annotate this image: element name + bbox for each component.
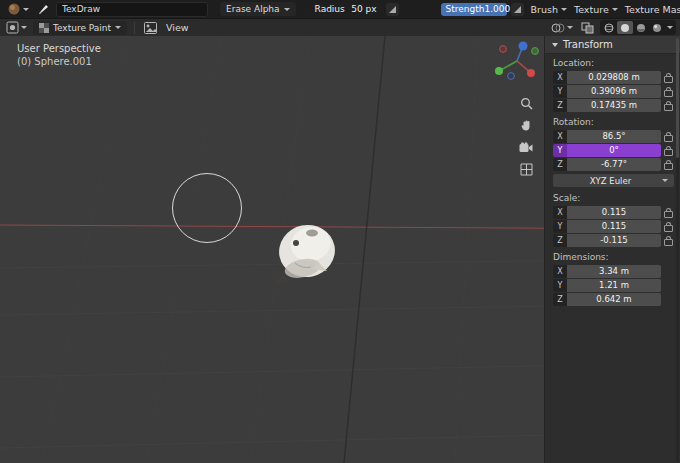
strength-label: Strength xyxy=(446,4,485,14)
value-field[interactable]: -0.115 xyxy=(567,234,661,247)
value-field[interactable]: 0.17435 m xyxy=(567,99,661,112)
gizmo-x-axis[interactable] xyxy=(527,69,535,77)
view-menu[interactable]: View xyxy=(163,20,192,36)
value-field[interactable]: 0.642 m xyxy=(567,293,661,306)
radius-value: 50 px xyxy=(351,4,376,14)
scale-label: Scale: xyxy=(545,189,680,205)
gizmo-z-axis[interactable] xyxy=(519,42,528,51)
value-field[interactable]: 0° xyxy=(567,144,661,157)
radius-pressure-button[interactable] xyxy=(386,3,399,16)
panel-title: Transform xyxy=(563,39,613,50)
chevron-down-icon xyxy=(667,26,673,29)
value-field[interactable]: 0.39096 m xyxy=(567,85,661,98)
location-y-row[interactable]: Y 0.39096 m xyxy=(553,85,676,98)
lock-icon xyxy=(664,225,673,232)
mode-label: Texture Paint xyxy=(53,23,111,33)
lock-toggle[interactable] xyxy=(661,146,676,156)
overlays-toggle[interactable] xyxy=(549,20,575,36)
axis-label: Y xyxy=(553,279,567,292)
rotation-y-row[interactable]: Y 0° xyxy=(553,144,676,157)
lock-toggle[interactable] xyxy=(661,160,676,170)
rotation-mode-dropdown[interactable]: XYZ Euler xyxy=(553,174,674,187)
lock-toggle[interactable] xyxy=(661,101,676,111)
lock-toggle[interactable] xyxy=(661,73,676,83)
texture-menu-label: Texture xyxy=(574,4,609,15)
sphere-object[interactable] xyxy=(265,213,349,297)
dimensions-z-row[interactable]: Z 0.642 m xyxy=(553,293,661,306)
texture-menu[interactable]: Texture xyxy=(571,1,621,17)
brush-preview-dropdown[interactable] xyxy=(5,1,31,17)
axis-label: Z xyxy=(553,234,567,247)
image-slot-button[interactable] xyxy=(142,20,159,36)
axis-label: Z xyxy=(553,293,567,306)
mode-dropdown[interactable]: Texture Paint xyxy=(33,21,127,35)
texture-mask-menu-label: Texture Mask xyxy=(625,4,680,15)
value-field[interactable]: -6.77° xyxy=(567,158,661,171)
scale-y-row[interactable]: Y 0.115 xyxy=(553,220,676,233)
value-field[interactable]: 86.5° xyxy=(567,130,661,143)
paint-brush-icon xyxy=(37,3,50,16)
shading-wireframe-button[interactable] xyxy=(601,21,617,34)
dimensions-x-row[interactable]: X 3.34 m xyxy=(553,265,661,278)
scale-x-row[interactable]: X 0.115 xyxy=(553,206,676,219)
y-axis-line xyxy=(344,36,385,463)
shading-solid-button[interactable] xyxy=(617,21,633,34)
rotation-x-row[interactable]: X 86.5° xyxy=(553,130,676,143)
perspective-toggle-button[interactable] xyxy=(518,161,534,177)
rendered-sphere-icon xyxy=(652,23,662,33)
zoom-button[interactable] xyxy=(518,95,534,111)
radius-slider[interactable]: Radius 50 px xyxy=(310,3,382,16)
value-field[interactable]: 1.21 m xyxy=(567,279,661,292)
gizmo-x-neg[interactable] xyxy=(500,46,507,53)
strength-slider[interactable]: Strength 1.000 xyxy=(441,3,507,16)
shading-material-button[interactable] xyxy=(633,21,649,34)
strength-pressure-button[interactable] xyxy=(511,3,524,16)
scrollbar-thumb[interactable] xyxy=(676,38,679,158)
lock-toggle[interactable] xyxy=(661,132,676,142)
brush-menu[interactable]: Brush xyxy=(528,1,570,17)
zoom-icon xyxy=(520,97,533,110)
xray-toggle[interactable] xyxy=(579,20,596,36)
lock-icon xyxy=(664,239,673,246)
strength-value: 1.000 xyxy=(485,4,511,14)
scale-z-row[interactable]: Z -0.115 xyxy=(553,234,676,247)
lock-toggle[interactable] xyxy=(661,87,676,97)
gizmo-y-axis[interactable] xyxy=(495,67,503,75)
texture-paint-mode-icon xyxy=(39,23,49,33)
location-x-row[interactable]: X 0.029808 m xyxy=(553,71,676,84)
lock-icon xyxy=(664,90,673,97)
axis-label: X xyxy=(553,71,567,84)
value-field[interactable]: 0.115 xyxy=(567,206,661,219)
tool-name-input[interactable] xyxy=(56,2,208,17)
transform-panel-header[interactable]: Transform xyxy=(545,36,680,54)
lock-toggle[interactable] xyxy=(661,236,676,246)
chevron-down-icon xyxy=(612,8,618,11)
lock-toggle[interactable] xyxy=(661,222,676,232)
camera-view-button[interactable] xyxy=(518,139,534,155)
axis-label: Y xyxy=(553,220,567,233)
axis-label: Z xyxy=(553,158,567,171)
chevron-down-icon xyxy=(115,26,121,29)
viewport-editor-icon xyxy=(6,21,19,34)
texture-mask-menu[interactable]: Texture Mask xyxy=(622,1,680,17)
location-z-row[interactable]: Z 0.17435 m xyxy=(553,99,676,112)
gizmo-y-neg[interactable] xyxy=(532,48,539,55)
lock-toggle[interactable] xyxy=(661,208,676,218)
shading-rendered-button[interactable] xyxy=(649,21,665,34)
panel-scrollbar[interactable] xyxy=(676,38,679,461)
blend-mode-dropdown[interactable]: Erase Alpha xyxy=(220,2,296,16)
axis-label: X xyxy=(553,265,567,278)
pan-button[interactable] xyxy=(518,117,534,133)
viewport-header: Texture Paint View xyxy=(0,18,680,36)
value-field[interactable]: 0.029808 m xyxy=(567,71,661,84)
navigation-gizmo[interactable] xyxy=(494,36,540,82)
gizmo-z-neg[interactable] xyxy=(508,73,515,80)
editor-type-button[interactable] xyxy=(4,20,29,36)
axis-label: X xyxy=(553,206,567,219)
blend-mode-label: Erase Alpha xyxy=(226,4,280,14)
value-field[interactable]: 3.34 m xyxy=(567,265,661,278)
rotation-z-row[interactable]: Z -6.77° xyxy=(553,158,676,171)
brush-tool-button[interactable] xyxy=(35,1,52,17)
value-field[interactable]: 0.115 xyxy=(567,220,661,233)
dimensions-y-row[interactable]: Y 1.21 m xyxy=(553,279,661,292)
